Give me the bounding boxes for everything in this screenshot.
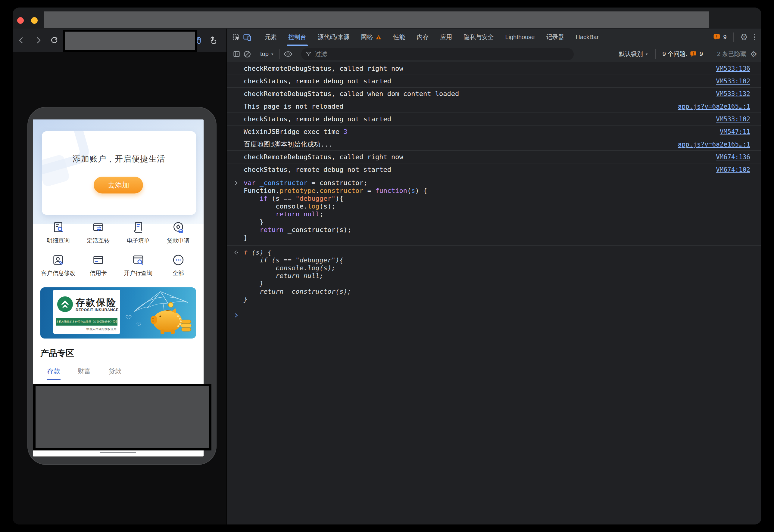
clear-console-button[interactable] [242,49,253,60]
devtools-tab-内存[interactable]: 内存 [411,29,435,46]
app-grid-label: 信用卡 [78,269,118,277]
window-titlebar [13,8,761,29]
devtools-tabs: 元素控制台源代码/来源网络性能内存应用隐私与安全Lighthouse记录器Hac… [259,29,605,46]
console-settings-gear-icon[interactable]: ⚙ [750,50,757,58]
create-live-expression-button[interactable] [283,49,294,60]
page-content-redacted[interactable] [33,384,212,450]
tab-label: Lighthouse [505,34,535,41]
devtools-tab-源代码/来源[interactable]: 源代码/来源 [312,29,355,46]
source-link[interactable]: app.js?v=6a2e165…:1 [678,103,750,110]
log-message: checkRemoteDebugStatus, called right now [244,153,403,161]
app-grid-item[interactable]: 全部 [158,253,198,277]
active-tab-underline [47,379,60,380]
close-window-button[interactable] [17,17,24,24]
console-log-row: WeixinJSBridge exec time 3VM547:11 [227,125,761,138]
add-account-button[interactable]: 去添加 [94,177,143,193]
devtools-tab-HackBar[interactable]: HackBar [570,29,605,46]
warning-triangle-icon [375,34,382,41]
app-grid-item[interactable]: 开户行查询 [118,253,158,277]
devtools-tab-元素[interactable]: 元素 [259,29,283,46]
reload-icon [49,36,59,45]
reload-button[interactable] [48,34,60,46]
app-grid-item[interactable]: 信用卡 [78,253,118,277]
app-grid-item[interactable]: 定活互转 [78,221,118,245]
devtools-tab-控制台[interactable]: 控制台 [283,29,312,46]
log-message: checkRemoteDebugStatus, called right now [244,65,403,72]
deposit-insurance-card: 存款保险 DEPOSIT INSURANCE 本机构吸收的本外币存款依照《存款保… [53,290,120,334]
issues-count: 9 [723,34,726,41]
console-sidebar-toggle-button[interactable] [231,49,242,60]
app-grid-item[interactable]: 贷款申请 [158,221,198,245]
console-prompt-chevron-icon [234,312,240,318]
card-search-icon [131,263,145,268]
devtools-tab-网络[interactable]: 网络 [355,29,388,46]
source-link[interactable]: VM674:102 [716,166,750,173]
console-log-row: checkStatus, remote debug not startedVM5… [227,75,761,88]
code-line: console.log(s); [244,203,750,210]
console-issues-link[interactable]: 9 个问题: 9 [663,50,703,58]
app-grid-item[interactable]: 明细查询 [38,221,78,245]
more-options-kebab-icon[interactable] [752,34,758,41]
console-messages: checkRemoteDebugStatus, called right now… [227,62,761,176]
forward-button[interactable] [32,34,45,46]
chevron-down-icon: ▼ [271,52,274,56]
devtools-tab-性能[interactable]: 性能 [388,29,411,46]
issues-button[interactable]: 9 [713,32,726,43]
toggle-device-toolbar-button[interactable] [242,32,253,43]
source-link[interactable]: VM533:136 [716,65,750,72]
source-link[interactable]: VM674:136 [716,153,750,161]
source-link[interactable]: VM547:11 [720,128,750,135]
touch-hand-icon [209,36,218,45]
console-toolbar: top▼ 过滤 默认级别▼ 9 个问题: [227,46,761,62]
mouse-emulation-button[interactable] [193,34,205,46]
execution-context-selector[interactable]: top▼ [260,51,274,57]
app-grid-item[interactable]: 客户信息修改 [38,253,78,277]
touch-gesture-button[interactable] [207,34,219,46]
devtools-tab-Lighthouse[interactable]: Lighthouse [500,29,540,46]
divider [256,32,256,42]
divider [733,32,734,42]
source-link[interactable]: app.js?v=6a2e165…:1 [678,141,750,148]
code-line: return _constructor(s); [244,226,750,234]
minimize-window-button[interactable] [31,17,38,24]
settings-gear-icon[interactable]: ⚙ [740,33,748,42]
product-tabs: 存款财富贷款 [47,367,122,380]
browser-nav-toolbar [13,29,227,52]
credit-card-icon [91,263,105,268]
divider [280,49,280,59]
devtools-panel: 元素控制台源代码/来源网络性能内存应用隐私与安全Lighthouse记录器Hac… [227,29,761,524]
console-prompt[interactable] [227,307,761,319]
console-log-row: 百度地图3脚本初始化成功...app.js?v=6a2e165…:1 [227,138,761,151]
log-message: checkRemoteDebugStatus, called when dom … [244,90,459,97]
code-line: } [244,280,750,288]
source-link[interactable]: VM533:102 [716,78,750,85]
hidden-messages-label[interactable]: 2 条已隐藏 [717,50,746,58]
tab-label: 源代码/来源 [318,33,350,41]
active-tab-underline [77,379,91,380]
devtools-tab-隐私与安全[interactable]: 隐私与安全 [458,29,500,46]
app-grid-label: 开户行查询 [118,269,158,277]
code-line: f (s) { [244,249,750,256]
source-link[interactable]: VM533:132 [716,90,750,97]
console-filter-input[interactable]: 过滤 [301,48,574,60]
tab-label: 内存 [417,33,429,41]
browser-tab-redacted[interactable] [44,11,709,28]
code-line: } [244,234,750,242]
source-link[interactable]: VM533:102 [716,116,750,123]
tab-label: 隐私与安全 [464,33,494,41]
product-tab-贷款[interactable]: 贷款 [108,367,122,380]
tab-label: 网络 [361,33,373,41]
log-level-selector[interactable]: 默认级别▼ [619,50,649,58]
back-arrow-icon [17,36,26,45]
back-button[interactable] [15,34,27,46]
inspect-element-button[interactable] [231,32,242,43]
issues-badge-icon [690,51,697,57]
app-grid-item[interactable]: 电子填单 [118,221,158,245]
address-bar-redacted[interactable] [63,30,197,52]
product-tab-存款[interactable]: 存款 [47,367,60,380]
deposit-insurance-banner[interactable]: 存款保险 DEPOSIT INSURANCE 本机构吸收的本外币存款依照《存款保… [40,287,196,339]
product-tab-财富[interactable]: 财富 [77,367,91,380]
devtools-tab-记录器[interactable]: 记录器 [540,29,570,46]
devtools-tab-应用[interactable]: 应用 [435,29,458,46]
browser-viewport: 添加账户，开启便捷生活 去添加 明细查询定活互转电子填单贷款申请客户信息修改信用… [13,52,227,524]
